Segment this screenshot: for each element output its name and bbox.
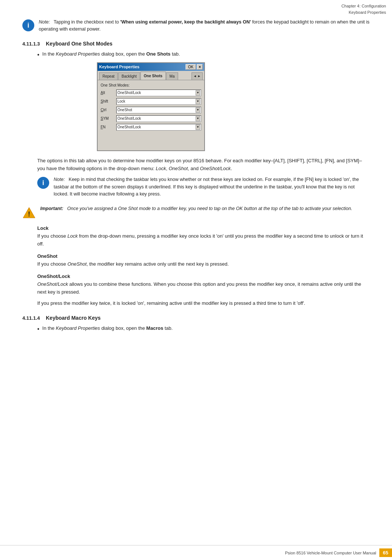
note-text-2: Note: Keep in mind that checking the tas… (54, 176, 370, 198)
footer-page: 65 (379, 548, 392, 557)
select-shift-value: Lock (117, 99, 125, 103)
note-prefix: Note: (39, 19, 50, 25)
oneshot-text: If you choose OneShot, the modifier key … (37, 260, 370, 268)
select-sym-arrow[interactable]: ▼ (196, 116, 200, 121)
tab-ma[interactable]: Ma (166, 72, 178, 80)
select-fn-value: OneShot/Lock (117, 125, 141, 129)
select-sym[interactable]: OneShot/Lock ▼ (116, 115, 201, 122)
tab-repeat[interactable]: Repeat (99, 72, 118, 80)
chapter-header: Chapter 4: Configuration Keyboard Proper… (335, 0, 392, 17)
dialog-title: Keyboard Properties (99, 65, 186, 69)
dialog-titlebar: Keyboard Properties OK × (98, 63, 204, 71)
select-alt-arrow[interactable]: ▼ (196, 90, 200, 96)
note-text-top: Note: Tapping in the checkbox next to 'W… (39, 19, 370, 33)
dialog-tabs: Repeat Backlight One Shots Ma ◄ ► (98, 71, 204, 80)
bullet-item-one-shots: • In the Keyboard Properties dialog box,… (37, 51, 370, 58)
section-title-4114: Keyboard Macro Keys (46, 315, 101, 321)
oneshotlock-title: OneShot/Lock (37, 273, 370, 279)
bullet-dot-2: • (37, 326, 39, 332)
dialog-spacer (101, 132, 201, 147)
footer-bar: Psion 8516 Vehicle-Mount Computer User M… (0, 545, 392, 560)
select-sym-value: OneShot/Lock (117, 116, 141, 121)
tab-backlight[interactable]: Backlight (118, 72, 140, 80)
body-text-1: The options in this tab allow you to det… (37, 157, 370, 173)
important-block: ! Important: Once you've assigned a One … (22, 205, 370, 219)
dialog-window[interactable]: Keyboard Properties OK × Repeat Backligh… (97, 62, 205, 151)
lock-text: If you choose Lock from the drop-down me… (37, 232, 370, 248)
info-icon-top: i (22, 19, 34, 31)
row-label-shift: Shift (101, 99, 114, 103)
bullet-item-macros: • In the Keyboard Properties dialog box,… (37, 325, 370, 332)
select-fn[interactable]: OneShot/Lock ▼ (116, 124, 201, 131)
row-label-ctrl: Ctrl (101, 108, 114, 112)
select-shift[interactable]: Lock ▼ (116, 98, 201, 105)
section-title-4111: Keyboard One Shot Modes (46, 41, 113, 47)
note-block-top: i Note: Tapping in the checkbox next to … (22, 19, 370, 33)
dialog-row-shift: Shift Lock ▼ (101, 98, 201, 105)
lock-title: Lock (37, 225, 370, 231)
section-4114-header: 4.11.1.4 Keyboard Macro Keys (22, 315, 370, 321)
subsection-title: Keyboard Properties (341, 9, 386, 16)
select-ctrl-value: OneShot (117, 108, 132, 112)
section-number-4114: 4.11.1.4 (22, 315, 40, 321)
dialog-row-ctrl: Ctrl OneShot ▼ (101, 107, 201, 113)
dialog-row-sym: SYM OneShot/Lock ▼ (101, 115, 201, 122)
select-shift-arrow[interactable]: ▼ (196, 99, 200, 104)
section-number-4111: 4.11.1.3 (22, 41, 40, 47)
tab-one-shots[interactable]: One Shots (140, 72, 166, 80)
svg-text:!: ! (28, 210, 30, 218)
warning-triangle-icon: ! (22, 207, 36, 219)
dialog-ok-button[interactable]: OK (186, 64, 196, 70)
bullet-dot: • (37, 52, 39, 58)
info-icon-2: i (37, 177, 49, 189)
dialog-section-label: One Shot Modes: (101, 83, 201, 87)
tab-more[interactable]: ◄ ► (192, 72, 203, 80)
keyboard-properties-dialog[interactable]: Keyboard Properties OK × Repeat Backligh… (97, 62, 205, 151)
row-label-sym: SYM (101, 116, 114, 121)
warning-icon: ! (22, 206, 36, 219)
row-label-fn: FN (101, 125, 114, 129)
dialog-close-button[interactable]: × (197, 64, 203, 70)
section-4111-header: 4.11.1.3 Keyboard One Shot Modes (22, 41, 370, 47)
bullet-text-macros: In the Keyboard Properties dialog box, o… (42, 325, 173, 331)
note-block-2: i Note: Keep in mind that checking the t… (37, 176, 370, 198)
dialog-titlebar-buttons: OK × (186, 64, 203, 70)
select-ctrl-arrow[interactable]: ▼ (196, 107, 200, 113)
dialog-row-alt: Alt OneShot/Lock ▼ (101, 90, 201, 96)
row-label-alt: Alt (101, 91, 114, 95)
footer-text: Psion 8516 Vehicle-Mount Computer User M… (285, 551, 379, 555)
select-alt-value: OneShot/Lock (117, 91, 141, 95)
bullet-text: In the Keyboard Properties dialog box, o… (42, 51, 180, 57)
oneshotlock-text-2: If you press the modifier key twice, it … (37, 300, 370, 307)
chapter-title: Chapter 4: Configuration (341, 3, 386, 9)
select-alt[interactable]: OneShot/Lock ▼ (116, 90, 201, 96)
oneshotlock-text-1: OneShot/Lock allows you to combine these… (37, 281, 370, 296)
oneshot-title: OneShot (37, 253, 370, 259)
select-ctrl[interactable]: OneShot ▼ (116, 107, 201, 113)
dialog-body: One Shot Modes: Alt OneShot/Lock ▼ Shift… (98, 80, 204, 150)
important-text: Important: Once you've assigned a One Sh… (40, 205, 352, 212)
dialog-row-fn: FN OneShot/Lock ▼ (101, 124, 201, 131)
select-fn-arrow[interactable]: ▼ (196, 125, 200, 130)
